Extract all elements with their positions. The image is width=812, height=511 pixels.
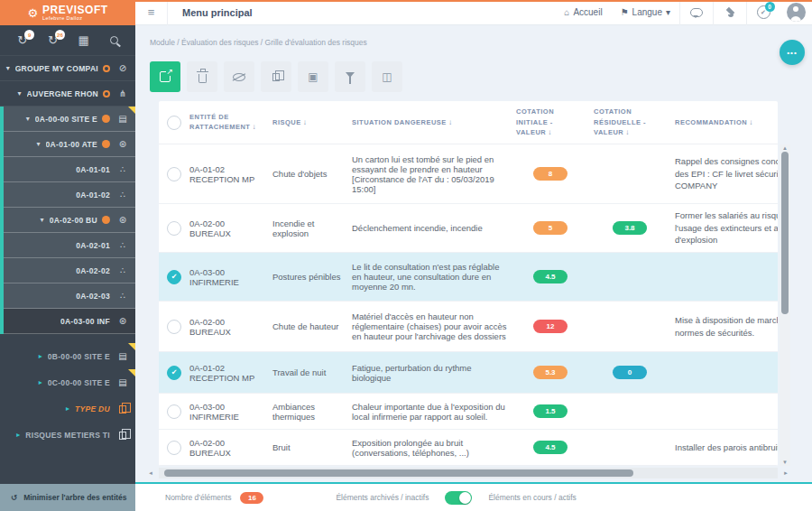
tree-item-groupe[interactable]: ▾ GROUPE MY COMPAI ⊘: [0, 56, 135, 81]
minimize-tree-icon: ↺: [11, 493, 17, 502]
user-avatar[interactable]: [780, 0, 812, 25]
row-checkbox[interactable]: [159, 441, 189, 455]
header-recommendation[interactable]: Recommandation↓: [675, 117, 778, 128]
logo-gear-icon: ⚙: [27, 6, 38, 20]
copy-icon: [115, 430, 130, 440]
history2-icon[interactable]: ↻26: [48, 34, 58, 46]
minimize-tree-button[interactable]: ↺ Minimiser l'arbre des entités: [0, 484, 135, 511]
top-accent-line: [0, 0, 812, 2]
chevron-right-icon[interactable]: ▸: [16, 431, 20, 439]
cell-situation: Exposition prolongée au bruit (conversat…: [352, 438, 516, 458]
chevron-down-icon[interactable]: ▾: [6, 64, 10, 72]
tree-item-0a0201[interactable]: 0A-02-01 ∴: [4, 233, 135, 258]
history-icon[interactable]: ↻9: [17, 34, 27, 46]
chevron-down-icon[interactable]: ▾: [18, 89, 22, 98]
tree-item-0a0200[interactable]: ▾ 0A-02-00 BU ⊛: [4, 208, 135, 233]
horizontal-scrollbar[interactable]: ◄ ►: [159, 468, 778, 478]
archived-active-toggle[interactable]: [445, 491, 472, 505]
search-icon[interactable]: [110, 34, 118, 46]
header-situation[interactable]: Situation dangereuse↓: [352, 117, 516, 128]
tree-item-0a0100[interactable]: ▾ 0A-01-00 ATE ⊛: [4, 132, 135, 157]
vertical-scrollbar[interactable]: ▲ ▼: [780, 144, 790, 466]
breadcrumb[interactable]: Module / Évaluation des risques / Grille…: [150, 38, 367, 47]
more-actions-fab[interactable]: •••: [780, 40, 805, 65]
chevron-right-icon[interactable]: ▸: [39, 352, 42, 360]
scroll-down-icon[interactable]: ▼: [782, 459, 788, 466]
table-row[interactable]: 0A-02-00 BUREAUX Incendie et explosion D…: [159, 204, 778, 253]
filter-button[interactable]: [335, 61, 365, 92]
wheel-icon: ⊛: [115, 316, 130, 326]
row-checkbox[interactable]: [159, 320, 189, 334]
scroll-right-icon[interactable]: ►: [783, 470, 789, 476]
archive-button[interactable]: ▣: [298, 61, 328, 92]
vertical-scroll-thumb[interactable]: [781, 152, 789, 314]
sort-icon[interactable]: ↓: [749, 118, 753, 126]
header-risk[interactable]: Risque↓: [272, 117, 352, 128]
chevron-down-icon[interactable]: ▾: [41, 216, 44, 224]
eye-off-icon: [233, 73, 245, 81]
table-row[interactable]: 0A-03-00 INFIRMERIE Ambiances thermiques…: [159, 394, 778, 430]
count-label: Nombre d'éléments: [165, 493, 231, 502]
row-checkbox[interactable]: ✔: [159, 270, 189, 284]
sort-icon[interactable]: ↓: [625, 128, 630, 136]
delete-button[interactable]: [187, 61, 217, 92]
tree-item-0c0000[interactable]: ▸ 0C-00-00 SITE E ▤: [0, 369, 135, 395]
status-ring: [103, 90, 110, 98]
scroll-up-icon[interactable]: ▲: [782, 144, 788, 152]
main-menu-label[interactable]: Menu principal: [182, 7, 253, 18]
tree-item-0a0202[interactable]: 0A-02-02 ∴: [4, 258, 135, 283]
row-checkbox[interactable]: ✔: [159, 366, 189, 380]
row-checkbox[interactable]: [159, 167, 189, 181]
header-residual[interactable]: Cotation résiduelle - valeur↓: [594, 107, 675, 138]
grid-menu-icon[interactable]: ▦: [78, 34, 89, 46]
row-checkbox[interactable]: [159, 221, 189, 236]
tree-item-auvergne[interactable]: ▾ AUVERGNE RHON ⋔: [0, 81, 135, 107]
messages-button[interactable]: [680, 0, 713, 25]
tree-item-0a0000[interactable]: ▾ 0A-00-00 SITE E ▤: [4, 107, 135, 132]
row-checkbox[interactable]: [159, 404, 189, 419]
scroll-left-icon[interactable]: ◄: [148, 470, 153, 476]
chevron-right-icon[interactable]: ▸: [39, 378, 42, 386]
tree-item-0a0300-selected[interactable]: 0A-03-00 INF ⊛: [4, 309, 135, 334]
table-row-selected[interactable]: ✔ 0A-01-02 RECEPTION MP Travail de nuit …: [159, 352, 778, 394]
sort-icon[interactable]: ↓: [448, 118, 453, 126]
tree-item-type-du[interactable]: ▸ TYPE DU: [0, 395, 135, 422]
hamburger-menu-icon[interactable]: ≡: [135, 0, 168, 25]
add-export-button[interactable]: ↗: [150, 61, 180, 92]
rating-badge: 5: [533, 221, 567, 235]
table-row-selected[interactable]: ✔ 0A-03-00 INFIRMERIE Postures pénibles …: [159, 253, 778, 302]
tree-item-label: 0A-02-00 BU: [50, 216, 97, 225]
hide-button[interactable]: [224, 61, 254, 92]
table-row[interactable]: 0A-02-00 BUREAUX Bruit Exposition prolon…: [159, 430, 778, 466]
columns-button[interactable]: ◫: [372, 61, 402, 92]
sort-icon[interactable]: ↓: [548, 128, 552, 136]
tree-item-risques-metiers[interactable]: ▸ RISQUES METIERS TI: [0, 422, 135, 448]
sort-icon[interactable]: ↓: [252, 123, 256, 131]
tree-item-0b0000[interactable]: ▸ 0B-00-00 SITE E ▤: [0, 343, 135, 369]
language-dropdown[interactable]: ⚑ Langue ▾: [612, 7, 679, 17]
tree-item-0a0203[interactable]: 0A-02-03 ∴: [4, 283, 135, 309]
horizontal-scroll-thumb[interactable]: [164, 469, 633, 477]
home-link[interactable]: ⌂ Accueil: [555, 7, 611, 17]
tree-item-0a0102[interactable]: 0A-01-02 ∴: [4, 182, 135, 208]
header-entity[interactable]: Entité de rattachement↓: [189, 112, 272, 133]
sort-icon[interactable]: ↓: [303, 118, 308, 126]
chevron-right-icon[interactable]: ▸: [66, 404, 69, 413]
select-all-checkbox[interactable]: [159, 116, 189, 130]
tasks-button[interactable]: ✔0: [747, 0, 780, 25]
cell-risk: Chute d'objets: [272, 169, 352, 179]
people-icon: ∴: [115, 190, 130, 200]
chevron-down-icon[interactable]: ▾: [37, 140, 41, 148]
footer-bar: Nombre d'éléments 16 Éléments archivés /…: [135, 484, 812, 511]
table-row[interactable]: 0A-02-00 BUREAUX Chute de hauteur Matéri…: [159, 302, 778, 352]
chat-bubble-icon: [690, 8, 703, 17]
rating-badge: 5.3: [533, 366, 567, 379]
tree-item-0a0101[interactable]: 0A-01-01 ∴: [4, 157, 135, 182]
table-row[interactable]: 0A-01-02 RECEPTION MP Chute d'objets Un …: [159, 144, 778, 204]
chevron-down-icon[interactable]: ▾: [26, 115, 30, 123]
duplicate-button[interactable]: [261, 61, 291, 92]
tree-item-label: AUVERGNE RHON: [27, 89, 98, 98]
training-button[interactable]: [714, 0, 746, 25]
header-initial[interactable]: Cotation initiale - valeur↓: [516, 107, 594, 138]
cell-risk: Chute de hauteur: [272, 321, 352, 331]
